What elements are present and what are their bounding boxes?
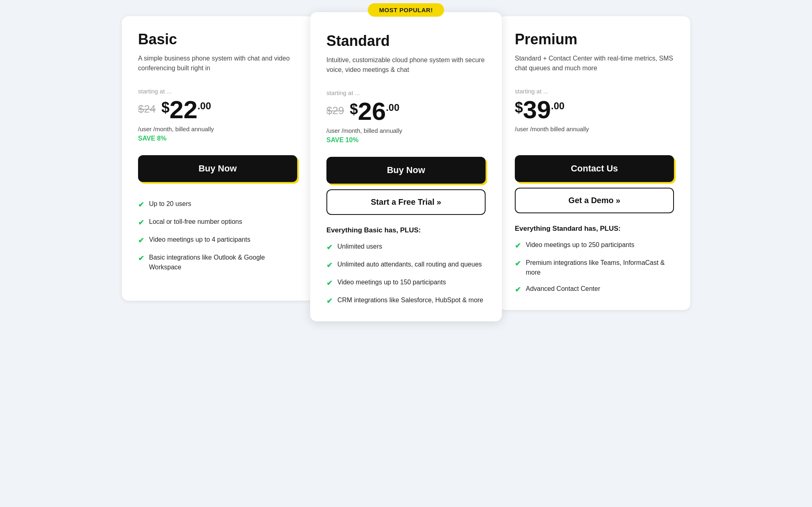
plan-name-standard: Standard — [326, 32, 486, 50]
feature-text: Unlimited users — [337, 242, 382, 251]
save-badge-standard: SAVE 10% — [326, 136, 486, 144]
original-price-standard: $29 — [326, 104, 344, 117]
primary-button-standard[interactable]: Buy Now — [326, 157, 486, 184]
feature-item: ✔ Unlimited users — [326, 242, 486, 253]
secondary-button-standard[interactable]: Start a Free Trial » — [326, 189, 486, 215]
dollar-sign-basic: $ — [161, 100, 169, 115]
plan-description-premium: Standard + Contact Center with real-time… — [515, 54, 674, 76]
price-cents-premium: .00 — [551, 101, 564, 111]
current-price-premium: $39.00 — [515, 97, 564, 122]
price-row-basic: $24 $22.00 — [138, 97, 297, 122]
features-heading-standard: Everything Basic has, PLUS: — [326, 226, 486, 234]
primary-button-premium[interactable]: Contact Us — [515, 155, 674, 182]
feature-list-basic: ✔ Up to 20 users ✔ Local or toll-free nu… — [138, 199, 297, 272]
plan-card-basic: BasicA simple business phone system with… — [122, 16, 313, 301]
plan-description-standard: Intuitive, customizable cloud phone syst… — [326, 55, 486, 78]
billing-info-premium: /user /month billed annually — [515, 126, 674, 132]
feature-item: ✔ Basic integrations like Outlook & Goog… — [138, 253, 297, 272]
current-price-standard: $26.00 — [350, 99, 399, 124]
dollar-sign-standard: $ — [350, 102, 358, 117]
save-badge-basic: SAVE 8% — [138, 135, 297, 142]
feature-item: ✔ Premium integrations like Teams, Infor… — [515, 258, 674, 277]
feature-item: ✔ Video meetings up to 150 participants — [326, 277, 486, 289]
check-icon: ✔ — [326, 242, 333, 253]
features-heading-premium: Everything Standard has, PLUS: — [515, 225, 674, 233]
feature-text: Local or toll-free number options — [149, 217, 242, 227]
feature-text: CRM integrations like Salesforce, HubSpo… — [337, 295, 483, 305]
feature-item: ✔ Advanced Contact Center — [515, 284, 674, 295]
feature-text: Video meetings up to 150 participants — [337, 277, 446, 287]
check-icon: ✔ — [515, 240, 521, 251]
feature-list-standard: ✔ Unlimited users ✔ Unlimited auto atten… — [326, 242, 486, 307]
most-popular-badge: MOST POPULAR! — [368, 3, 444, 17]
plan-name-premium: Premium — [515, 31, 674, 48]
original-price-basic: $24 — [138, 103, 155, 115]
feature-text: Up to 20 users — [149, 199, 191, 209]
price-cents-standard: .00 — [386, 103, 399, 113]
pricing-container: BasicA simple business phone system with… — [122, 16, 690, 321]
feature-list-premium: ✔ Video meetings up to 250 participants … — [515, 240, 674, 295]
price-row-standard: $29 $26.00 — [326, 99, 486, 124]
plan-card-standard: MOST POPULAR!StandardIntuitive, customiz… — [310, 12, 502, 321]
check-icon: ✔ — [326, 278, 333, 289]
feature-item: ✔ CRM integrations like Salesforce, HubS… — [326, 295, 486, 307]
feature-text: Basic integrations like Outlook & Google… — [149, 253, 297, 272]
starting-at-basic: starting at ... — [138, 88, 297, 95]
plan-description-basic: A simple business phone system with chat… — [138, 54, 297, 76]
feature-text: Video meetings up to 250 participants — [526, 240, 634, 250]
check-icon: ✔ — [138, 235, 144, 246]
secondary-button-premium[interactable]: Get a Demo » — [515, 188, 674, 213]
current-price-basic: $22.00 — [161, 97, 211, 122]
dollar-sign-premium: $ — [515, 100, 523, 115]
feature-item: ✔ Video meetings up to 250 participants — [515, 240, 674, 251]
check-icon: ✔ — [515, 284, 521, 295]
feature-item: ✔ Local or toll-free number options — [138, 217, 297, 228]
billing-info-basic: /user /month, billed annually — [138, 126, 297, 132]
starting-at-premium: starting at ... — [515, 88, 674, 95]
feature-text: Unlimited auto attendants, call routing … — [337, 260, 482, 269]
feature-item: ✔ Video meetings up to 4 participants — [138, 235, 297, 246]
check-icon: ✔ — [138, 253, 144, 264]
check-icon: ✔ — [326, 296, 333, 307]
price-row-premium: $39.00 — [515, 97, 674, 122]
check-icon: ✔ — [326, 260, 333, 271]
feature-text: Video meetings up to 4 participants — [149, 235, 251, 245]
starting-at-standard: starting at ... — [326, 89, 486, 96]
price-cents-basic: .00 — [197, 101, 211, 111]
plan-name-basic: Basic — [138, 31, 297, 48]
feature-item: ✔ Up to 20 users — [138, 199, 297, 210]
check-icon: ✔ — [138, 217, 144, 228]
check-icon: ✔ — [138, 199, 144, 210]
feature-text: Advanced Contact Center — [526, 284, 600, 294]
plan-card-premium: PremiumStandard + Contact Center with re… — [499, 16, 690, 310]
billing-info-standard: /user /month, billed annually — [326, 127, 486, 134]
primary-button-basic[interactable]: Buy Now — [138, 155, 297, 182]
feature-text: Premium integrations like Teams, Informa… — [526, 258, 674, 277]
feature-item: ✔ Unlimited auto attendants, call routin… — [326, 260, 486, 271]
check-icon: ✔ — [515, 258, 521, 269]
